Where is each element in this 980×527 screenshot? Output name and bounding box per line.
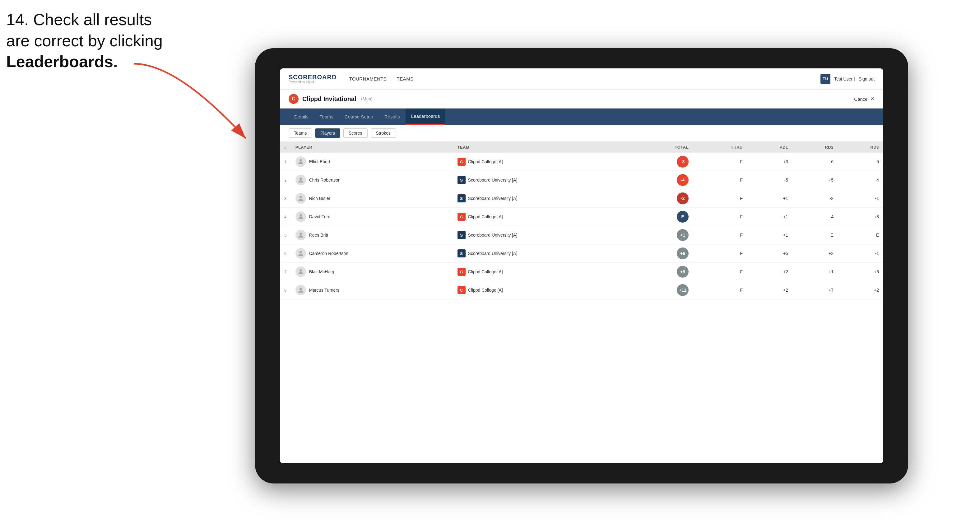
col-thru: THRU xyxy=(693,142,747,152)
tab-leaderboards[interactable]: Leaderboards xyxy=(406,108,446,125)
nav-right: TU Test User | Sign out xyxy=(821,74,875,84)
filter-strokes[interactable]: Strokes xyxy=(371,129,396,138)
col-rd1: RD1 xyxy=(747,142,792,152)
tab-teams[interactable]: Teams xyxy=(314,108,339,125)
row-rank: 7 xyxy=(280,263,291,281)
row-rd1: +2 xyxy=(747,281,792,299)
row-thru: F xyxy=(693,152,747,171)
svg-point-4 xyxy=(299,214,302,217)
row-rd2: +2 xyxy=(792,244,838,263)
row-rd1: +3 xyxy=(747,152,792,171)
row-thru: F xyxy=(693,208,747,226)
tab-details[interactable]: Details xyxy=(289,108,314,125)
tab-bar: Details Teams Course Setup Results Leade… xyxy=(280,108,883,125)
row-player: Cameron Robertson xyxy=(291,244,453,263)
sign-out-link[interactable]: Sign out xyxy=(859,76,875,81)
filter-players[interactable]: Players xyxy=(315,129,340,138)
col-player: PLAYER xyxy=(291,142,453,152)
row-rd3: -1 xyxy=(838,244,883,263)
row-player: Elliot Ebert xyxy=(291,152,453,171)
tournament-header: C Clippd Invitational (Men) Cancel ✕ xyxy=(280,89,883,108)
nav-teams[interactable]: TEAMS xyxy=(397,76,414,81)
navbar: SCOREBOARD Powered by clippd TOURNAMENTS… xyxy=(280,68,883,89)
row-rank: 6 xyxy=(280,244,291,263)
table-row: 2 Chris Robertson S Scoreboard Universit… xyxy=(280,171,883,189)
table-row: 7 Blair McHarg C Clippd College [A] +9 F… xyxy=(280,263,883,281)
row-rd3: +2 xyxy=(838,281,883,299)
score-badge: -4 xyxy=(677,174,689,186)
team-logo: C xyxy=(458,158,466,166)
row-rank: 5 xyxy=(280,226,291,244)
instruction-line2: are correct by clicking xyxy=(6,32,163,50)
row-thru: F xyxy=(693,281,747,299)
instruction-text: 14. Check all results are correct by cli… xyxy=(6,10,163,73)
logo-text: SCOREBOARD xyxy=(289,74,337,80)
filter-teams[interactable]: Teams xyxy=(289,129,312,138)
row-team: C Clippd College [A] xyxy=(453,152,634,171)
row-rank: 1 xyxy=(280,152,291,171)
player-avatar xyxy=(296,193,306,204)
team-logo: C xyxy=(458,268,466,276)
user-label: Test User | xyxy=(834,76,855,81)
instruction-line3: Leaderboards. xyxy=(6,52,118,71)
row-team: S Scoreboard University [A] xyxy=(453,171,634,189)
player-name: David Ford xyxy=(309,214,330,219)
logo-area: SCOREBOARD Powered by clippd xyxy=(289,74,337,84)
player-avatar xyxy=(296,248,306,259)
player-name: Elliot Ebert xyxy=(309,159,330,164)
row-total: -8 xyxy=(633,152,693,171)
instruction-line1: 14. Check all results xyxy=(6,11,152,29)
nav-tournaments[interactable]: TOURNAMENTS xyxy=(349,76,387,81)
row-total: +1 xyxy=(633,226,693,244)
player-name: Cameron Robertson xyxy=(309,251,348,256)
row-total: +9 xyxy=(633,263,693,281)
row-rd3: +6 xyxy=(838,263,883,281)
row-rd2: E xyxy=(792,226,838,244)
row-rd3: E xyxy=(838,226,883,244)
svg-point-7 xyxy=(299,269,302,272)
col-team: TEAM xyxy=(453,142,634,152)
user-avatar: TU xyxy=(821,74,830,84)
tablet-screen: SCOREBOARD Powered by clippd TOURNAMENTS… xyxy=(280,68,883,463)
filter-scores[interactable]: Scores xyxy=(344,129,368,138)
table-row: 3 Rich Butler S Scoreboard University [A… xyxy=(280,189,883,208)
row-rd3: -1 xyxy=(838,189,883,208)
row-rank: 2 xyxy=(280,171,291,189)
team-name: Clippd College [A] xyxy=(468,159,503,164)
score-badge: +6 xyxy=(677,248,689,259)
table-row: 8 Marcus Turners C Clippd College [A] +1… xyxy=(280,281,883,299)
row-rd2: +7 xyxy=(792,281,838,299)
score-badge: -2 xyxy=(677,192,689,204)
row-player: David Ford xyxy=(291,208,453,226)
row-team: S Scoreboard University [A] xyxy=(453,244,634,263)
row-player: Rees Britt xyxy=(291,226,453,244)
team-name: Clippd College [A] xyxy=(468,214,503,219)
svg-point-1 xyxy=(299,159,302,162)
row-rd3: +3 xyxy=(838,208,883,226)
score-badge: +9 xyxy=(677,266,689,278)
player-avatar xyxy=(296,230,306,240)
row-thru: F xyxy=(693,226,747,244)
player-avatar xyxy=(296,175,306,185)
row-rank: 4 xyxy=(280,208,291,226)
team-logo: S xyxy=(458,249,466,257)
row-rd2: -2 xyxy=(792,189,838,208)
team-name: Scoreboard University [A] xyxy=(468,233,517,238)
cancel-button[interactable]: Cancel ✕ xyxy=(854,96,875,102)
score-badge: +1 xyxy=(677,229,689,241)
row-thru: F xyxy=(693,171,747,189)
tournament-title-area: C Clippd Invitational (Men) xyxy=(289,94,372,104)
player-avatar xyxy=(296,267,306,277)
team-logo: S xyxy=(458,231,466,239)
row-rank: 8 xyxy=(280,281,291,299)
tab-course-setup[interactable]: Course Setup xyxy=(339,108,379,125)
row-thru: F xyxy=(693,263,747,281)
team-logo: S xyxy=(458,194,466,202)
team-logo: S xyxy=(458,176,466,184)
row-rd1: +1 xyxy=(747,208,792,226)
row-rd1: +2 xyxy=(747,263,792,281)
tournament-icon: C xyxy=(289,94,299,104)
tab-results[interactable]: Results xyxy=(379,108,406,125)
table-row: 1 Elliot Ebert C Clippd College [A] -8 F… xyxy=(280,152,883,171)
player-name: Rees Britt xyxy=(309,233,328,238)
